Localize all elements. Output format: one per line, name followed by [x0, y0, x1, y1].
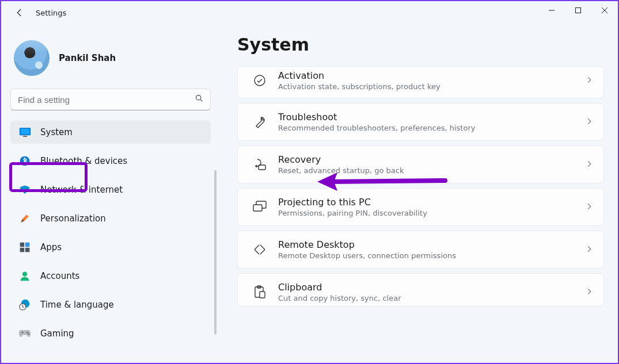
settings-cards: Activation Activation state, subscriptio… [237, 66, 604, 306]
card-activation[interactable]: Activation Activation state, subscriptio… [237, 66, 604, 98]
back-button[interactable] [12, 5, 28, 21]
sidebar-item-gaming[interactable]: Gaming [10, 322, 211, 345]
card-title: Clipboard [278, 282, 585, 293]
svg-rect-26 [260, 292, 265, 298]
page-title: System [237, 35, 604, 55]
card-clipboard[interactable]: Clipboard Cut and copy history, sync, cl… [237, 273, 604, 306]
sidebar: Pankil Shah System [1, 24, 220, 363]
remote-desktop-icon [248, 243, 271, 256]
profile[interactable]: Pankil Shah [10, 35, 211, 89]
chevron-right-icon [585, 117, 593, 128]
wifi-icon [18, 183, 31, 196]
minimize-icon [548, 7, 555, 14]
card-troubleshoot[interactable]: Troubleshoot Recommended troubleshooters… [237, 103, 604, 141]
clipboard-icon [248, 285, 271, 299]
card-title: Remote Desktop [278, 239, 585, 250]
chevron-right-icon [585, 159, 593, 170]
sidebar-item-time-language[interactable]: Time & language [10, 293, 211, 316]
chevron-right-icon [585, 75, 593, 86]
sidebar-scrollbar[interactable] [214, 170, 217, 335]
sidebar-item-apps[interactable]: Apps [10, 236, 211, 259]
svg-point-20 [255, 75, 265, 86]
svg-rect-12 [20, 248, 25, 252]
card-subtitle: Reset, advanced startup, go back [278, 166, 585, 175]
recovery-icon [248, 158, 271, 171]
window-controls [538, 1, 618, 20]
globe-clock-icon [18, 298, 31, 311]
search [10, 89, 211, 110]
card-title: Troubleshoot [278, 112, 585, 122]
sidebar-item-network[interactable]: Network & internet [10, 178, 211, 201]
bluetooth-icon [18, 155, 31, 167]
card-projecting[interactable]: Projecting to this PC Permissions, pairi… [237, 188, 604, 226]
sidebar-item-label: Accounts [40, 271, 79, 281]
card-subtitle: Recommended troubleshooters, preferences… [278, 124, 585, 132]
apps-icon [18, 241, 31, 254]
close-button[interactable] [591, 1, 618, 20]
search-input[interactable] [10, 89, 211, 110]
svg-rect-13 [25, 248, 30, 252]
maximize-button[interactable] [565, 1, 591, 20]
card-subtitle: Remote Desktop users, connection permiss… [278, 251, 585, 260]
display-icon [18, 126, 31, 139]
minimize-button[interactable] [538, 1, 565, 20]
sidebar-item-accounts[interactable]: Accounts [10, 265, 211, 288]
paintbrush-icon [18, 212, 31, 225]
svg-point-14 [22, 272, 27, 277]
titlebar: Settings [1, 1, 618, 24]
card-subtitle: Permissions, pairing PIN, discoverabilit… [278, 209, 585, 217]
content-pane: System Activation Activation state, subs… [220, 24, 618, 363]
card-title: Activation [278, 70, 585, 81]
app-title: Settings [36, 9, 66, 17]
svg-point-19 [28, 334, 30, 335]
chevron-right-icon [585, 202, 593, 213]
wrench-icon [248, 115, 271, 129]
sidebar-item-label: Network & internet [40, 185, 123, 195]
sidebar-item-label: Apps [40, 242, 62, 252]
sidebar-item-label: Bluetooth & devices [40, 156, 127, 166]
sidebar-item-bluetooth[interactable]: Bluetooth & devices [10, 150, 211, 173]
card-recovery[interactable]: Recovery Reset, advanced startup, go bac… [237, 145, 604, 183]
svg-rect-10 [20, 243, 25, 247]
svg-point-18 [26, 332, 28, 334]
sidebar-item-label: System [40, 127, 73, 137]
sidebar-item-label: Gaming [40, 328, 74, 339]
sidebar-item-label: Time & language [40, 300, 114, 310]
avatar [14, 40, 50, 76]
settings-window: Settings Pankil Shah [0, 0, 619, 364]
username: Pankil Shah [59, 53, 116, 63]
card-remote-desktop[interactable]: Remote Desktop Remote Desktop users, con… [237, 231, 604, 269]
svg-rect-7 [20, 129, 29, 135]
svg-rect-23 [253, 205, 262, 211]
svg-rect-8 [23, 136, 27, 137]
svg-rect-1 [576, 8, 581, 13]
gamepad-icon [18, 327, 31, 340]
projecting-icon [248, 201, 271, 213]
card-subtitle: Activation state, subscriptions, product… [278, 82, 585, 91]
card-title: Recovery [278, 154, 585, 165]
sidebar-item-system[interactable]: System [10, 121, 211, 144]
card-title: Projecting to this PC [278, 197, 585, 208]
maximize-icon [575, 7, 582, 14]
sidebar-item-personalization[interactable]: Personalization [10, 207, 211, 230]
svg-rect-11 [25, 243, 30, 247]
person-icon [18, 270, 31, 282]
close-icon [601, 7, 608, 14]
checkmark-circle-icon [248, 74, 271, 87]
chevron-right-icon [585, 287, 593, 298]
card-subtitle: Cut and copy history, sync, clear [278, 294, 585, 302]
nav: System Bluetooth & devices Network & int… [10, 121, 211, 351]
chevron-right-icon [585, 244, 593, 255]
sidebar-item-label: Personalization [40, 213, 106, 224]
arrow-left-icon [14, 7, 25, 18]
